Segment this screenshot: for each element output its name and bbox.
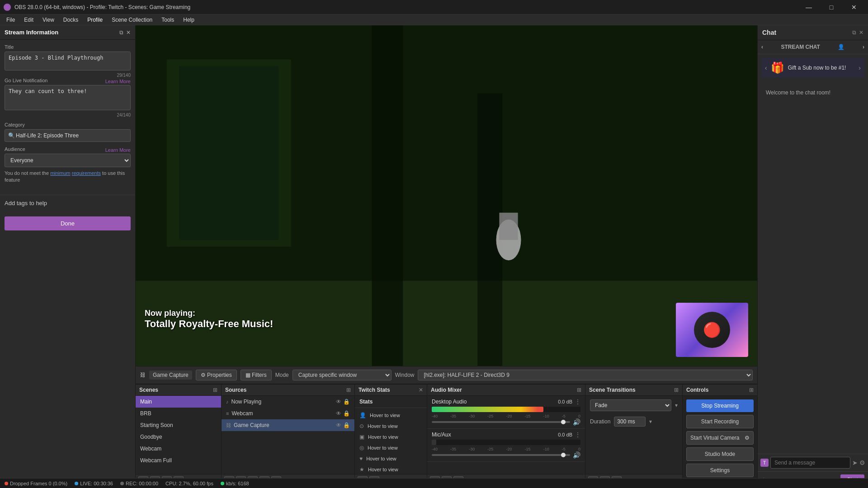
audio-mic-slider[interactable] [432,454,570,456]
filters-button[interactable]: ▦ Filters [241,370,272,380]
audio-desktop-mute[interactable]: 🔊 [573,418,580,426]
minimize-button[interactable]: — [798,0,819,14]
menu-file[interactable]: File [2,16,19,24]
chat-user-icon[interactable]: 👤 [838,44,844,50]
audience-select[interactable]: Everyone 18+ Only [5,154,131,167]
audio-mic-thumb [561,453,566,457]
minimum-link[interactable]: minimum [50,170,71,176]
maximize-button[interactable]: □ [821,0,842,14]
lock-icon-2[interactable]: 🔒 [343,410,350,417]
audio-desktop-vol-controls: 🔊 [432,418,580,426]
scene-item-starting-soon[interactable]: Starting Soon [136,419,221,431]
title-input[interactable]: Episode 3 - Blind Playthrough [5,52,131,70]
controls-expand-icon[interactable]: ⊞ [749,387,754,393]
source-item-now-playing[interactable]: ♪ Now Playing 👁 🔒 [222,396,354,408]
notification-input[interactable]: They can count to three! [5,85,131,110]
window-controls[interactable]: — □ ✕ [798,0,864,14]
gift-icon: 🎁 [771,61,784,74]
requirements-link[interactable]: requirements [72,170,101,176]
source-controls-game-capture: 👁 🔒 [336,422,350,428]
source-name-game-capture: Game Capture [234,422,333,428]
tags-section: Add tags to help Done [0,195,135,235]
chat-emoji-icon[interactable]: ⚙ [859,459,865,466]
close-button[interactable]: ✕ [844,0,864,14]
settings-button[interactable]: Settings [686,464,754,477]
gift-right-nav[interactable]: › [859,64,861,71]
menu-edit[interactable]: Edit [19,16,38,24]
done-button[interactable]: Done [5,216,131,230]
scenes-expand-icon[interactable]: ⊞ [213,387,217,393]
chat-popout-icon[interactable]: ⧉ [852,29,856,36]
gear-icon: ⚙ [201,372,206,378]
stat-row-3[interactable]: ◎ Hover to view [355,442,427,453]
svg-rect-6 [372,25,403,366]
audience-learn-more[interactable]: Learn More [105,147,131,153]
audio-desktop-header: Desktop Audio 0.0 dB ⋮ [432,399,580,405]
menu-scene-collection[interactable]: Scene Collection [107,16,157,24]
audio-desktop-menu[interactable]: ⋮ [575,399,580,405]
source-item-webcam[interactable]: ≡ Webcam 👁 🔒 [222,408,354,419]
rec-text: REC: 00:00:00 [136,481,158,486]
notification-label: Go Live Notification [5,78,47,83]
stop-streaming-button[interactable]: Stop Streaming [686,399,754,412]
lock-icon-3[interactable]: 🔒 [343,422,350,428]
stat-row-1[interactable]: ⊙ Hover to view [355,421,427,432]
cpu-status: CPU: 2.7%, 60.00 fps [165,481,213,486]
chat-message-input[interactable] [770,457,850,469]
lock-icon[interactable]: 🔒 [343,399,350,405]
scene-transitions-panel: Scene Transitions ⊞ Fade Cut Swipe ▾ Dur… [585,385,683,488]
sources-expand-icon[interactable]: ⊞ [346,387,351,393]
menu-tools[interactable]: Tools [157,16,179,24]
duration-input[interactable] [614,417,646,427]
gift-left-nav[interactable]: ‹ [765,64,767,71]
duration-row: Duration ▾ [585,415,682,428]
scene-item-brb[interactable]: BRB [136,408,221,419]
twitch-stats-close-icon[interactable]: ✕ [419,387,423,393]
stat-row-0[interactable]: 👤 Hover to view [355,410,427,421]
category-input[interactable] [5,129,131,142]
audio-desktop-slider[interactable] [432,421,570,423]
notification-learn-more[interactable]: Learn More [105,79,131,84]
obs-icon: 🔴 [703,321,721,338]
properties-button[interactable]: ⚙ Properties [196,370,237,380]
start-virtual-camera-button[interactable]: Start Virtual Camera ⚙ [686,431,754,445]
audio-mic-header: Mic/Aux 0.0 dB ⋮ [432,432,580,438]
scene-item-main[interactable]: Main [136,396,221,408]
category-label: Category [5,122,131,127]
eye-icon[interactable]: 👁 [336,399,341,405]
scene-transitions-content: Fade Cut Swipe ▾ Duration ▾ [585,396,682,474]
chat-send-icon[interactable]: ➤ [852,459,858,466]
stats-list: 👤 Hover to view ⊙ Hover to view ▣ Hover … [355,408,427,474]
scene-item-webcam-full[interactable]: Webcam Full [136,455,221,466]
stat-row-4[interactable]: ♥ Hover to view [355,453,427,464]
source-item-game-capture[interactable]: ⛓ Game Capture 👁 🔒 [222,419,354,431]
stream-chat-back-icon[interactable]: ‹ [761,44,763,50]
audio-mic-mute[interactable]: 🔊 [573,451,580,459]
eye-icon-2[interactable]: 👁 [336,410,341,417]
transition-type-dropdown[interactable]: Fade Cut Swipe [590,399,671,411]
menu-profile[interactable]: Profile [83,16,107,24]
window-select-dropdown[interactable]: [hl2.exe]: HALF-LIFE 2 - Direct3D 9 [418,370,753,380]
menu-help[interactable]: Help [179,16,199,24]
scene-transitions-expand-icon[interactable]: ⊞ [674,387,679,393]
duration-spinner-icon[interactable]: ▾ [649,418,652,425]
stream-info-icons[interactable]: ⧉ ✕ [119,29,131,36]
stat-row-2[interactable]: ▣ Hover to view [355,432,427,442]
audio-mic-menu[interactable]: ⋮ [575,432,580,438]
scene-item-goodbye[interactable]: Goodbye [136,431,221,443]
menu-view[interactable]: View [38,16,59,24]
start-recording-button[interactable]: Start Recording [686,415,754,428]
eye-icon-3[interactable]: 👁 [336,422,341,428]
menu-docks[interactable]: Docks [59,16,83,24]
chat-close-icon[interactable]: ✕ [859,29,863,36]
stat-row-5[interactable]: ★ Hover to view [355,464,427,474]
pop-out-icon[interactable]: ⧉ [119,29,123,36]
chain-icon: ⛓ [226,422,231,428]
stream-chat-forward-icon[interactable]: › [863,44,864,50]
virtual-camera-gear-icon[interactable]: ⚙ [745,435,750,441]
scene-item-webcam[interactable]: Webcam [136,443,221,455]
close-panel-icon[interactable]: ✕ [126,29,131,36]
capture-mode-dropdown[interactable]: Capture specific window Capture any full… [292,370,392,380]
audio-mixer-expand-icon[interactable]: ⊞ [577,387,581,393]
studio-mode-button[interactable]: Studio Mode [686,447,754,461]
